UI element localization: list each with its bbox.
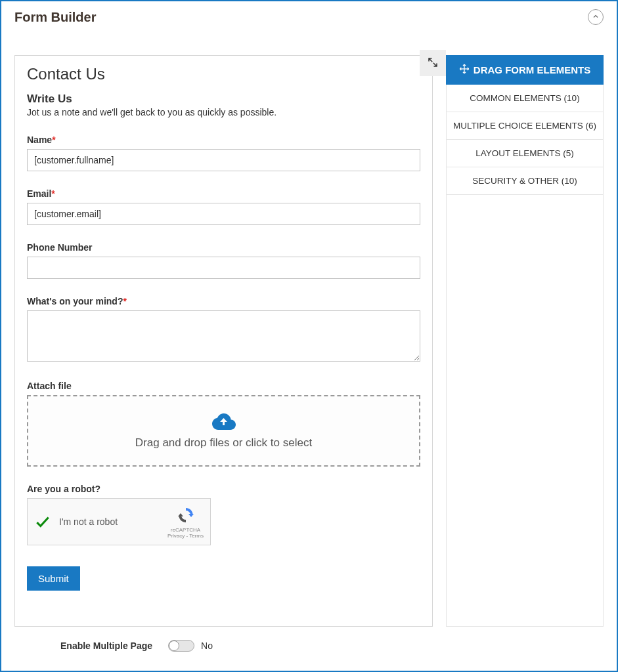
multipage-toggle[interactable]	[168, 640, 194, 652]
toggle-knob	[169, 640, 179, 651]
attach-label: Attach file	[27, 381, 420, 391]
cloud-upload-icon	[44, 412, 403, 432]
sidebar-category-layout[interactable]: LAYOUT ELEMENTS (5)	[446, 140, 604, 167]
sidebar-category-multiple-choice[interactable]: MULTIPLE CHOICE ELEMENTS (6)	[446, 112, 604, 140]
phone-label: Phone Number	[27, 242, 420, 253]
recaptcha-brand: reCAPTCHA Privacy - Terms	[167, 505, 204, 539]
phone-input[interactable]	[27, 257, 420, 279]
mind-textarea[interactable]	[27, 310, 420, 362]
file-dropzone[interactable]: Drag and drop files or click to select	[27, 395, 420, 467]
section-heading: Write Us	[27, 93, 420, 106]
submit-button[interactable]: Submit	[27, 566, 80, 591]
sidebar-category-common[interactable]: COMMON ELEMENTS (10)	[446, 85, 604, 112]
collapse-panel-button[interactable]	[588, 9, 604, 25]
email-label: Email*	[27, 188, 420, 199]
email-input[interactable]	[27, 203, 420, 225]
sidebar-header: DRAG FORM ELEMENTS	[446, 55, 604, 85]
expand-canvas-button[interactable]	[420, 50, 446, 76]
sidebar-category-security[interactable]: SECURITY & OTHER (10)	[446, 167, 604, 195]
name-label: Name*	[27, 135, 420, 145]
dropzone-text: Drag and drop files or click to select	[44, 436, 403, 450]
recaptcha-label: I'm not a robot	[59, 516, 118, 527]
mind-label: What's on your mind?*	[27, 296, 420, 306]
expand-icon	[427, 56, 439, 70]
name-input[interactable]	[27, 149, 420, 171]
sidebar-filler	[446, 195, 604, 627]
page-title: Form Builder	[14, 10, 96, 25]
section-subtext: Jot us a note and we'll get back to you …	[27, 107, 420, 117]
multipage-value: No	[201, 640, 213, 651]
multipage-label: Enable Multiple Page	[60, 640, 152, 651]
drag-icon	[459, 64, 470, 76]
robot-label: Are you a robot?	[27, 484, 420, 494]
form-canvas[interactable]: Contact Us Write Us Jot us a note and we…	[14, 55, 433, 627]
chevron-up-icon	[592, 12, 600, 22]
recaptcha-widget[interactable]: I'm not a robot reCAPTCHA Privacy - Term…	[27, 498, 211, 545]
element-sidebar: DRAG FORM ELEMENTS COMMON ELEMENTS (10) …	[446, 55, 604, 627]
checkmark-icon	[34, 513, 51, 530]
form-title: Contact Us	[27, 65, 420, 83]
